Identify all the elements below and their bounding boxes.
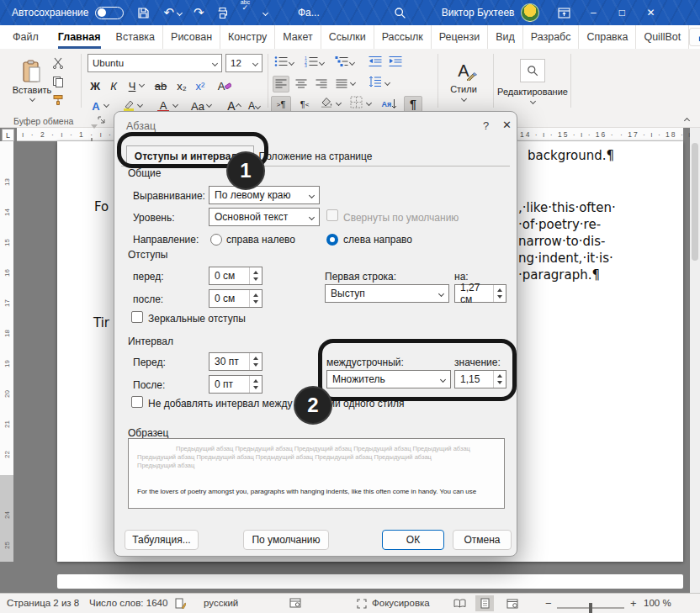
zoom-out-button[interactable]: − (545, 597, 552, 610)
indent-right-spinner[interactable]: 0 см (209, 289, 262, 308)
page-indicator[interactable]: Страница 2 из 8 (7, 598, 79, 608)
tab-home[interactable]: Главная (50, 25, 109, 49)
clipboard-dialog-launcher-icon[interactable] (98, 116, 106, 124)
mirror-indents-checkbox[interactable] (131, 311, 143, 323)
dialog-close-button[interactable]: ✕ (502, 119, 512, 131)
autosave-toggle[interactable] (95, 7, 124, 19)
tabs-button[interactable]: Табуляция... (125, 530, 199, 550)
tab-developer[interactable]: Разрабс (523, 25, 580, 49)
document-title[interactable]: Фа... (298, 0, 320, 25)
tab-quillbot[interactable]: QuillBot (636, 25, 689, 49)
increase-indent-icon[interactable] (389, 55, 402, 67)
borders-chevron-icon[interactable] (367, 101, 371, 105)
ltr-radio[interactable] (326, 234, 338, 246)
language-indicator[interactable]: русский (204, 598, 238, 608)
tab-references[interactable]: Ссылки (321, 25, 374, 49)
tab-layout[interactable]: Макет (275, 25, 321, 49)
search-icon[interactable] (394, 0, 406, 25)
tab-review[interactable]: Рецензи (432, 25, 488, 49)
format-painter-icon[interactable] (52, 94, 64, 106)
dialog-help-button[interactable]: ? (483, 119, 489, 132)
show-marks-button[interactable]: ¶ (404, 96, 422, 113)
tab-design[interactable]: Констру (220, 25, 275, 49)
cut-icon[interactable] (52, 57, 64, 69)
spellcheck-icon[interactable]: abc ✓ (241, 0, 250, 25)
strikethrough-button[interactable]: ab (151, 77, 170, 94)
tab-draw[interactable]: Рисован (163, 25, 220, 49)
rtl-radio[interactable] (210, 234, 222, 246)
align-center-button[interactable] (293, 76, 310, 92)
tab-mailings[interactable]: Рассылк (374, 25, 432, 49)
ribbon-display-options-icon[interactable] (558, 0, 570, 25)
vertical-ruler[interactable]: 13 14 15 16 17 18 19 20 21 22 24 25 (0, 141, 13, 562)
collapse-ribbon-icon[interactable] (684, 118, 690, 124)
tab-insert[interactable]: Вставка (109, 25, 163, 49)
tab-line-page-breaks[interactable]: Положение на странице (256, 145, 375, 166)
maximize-button[interactable]: □ (607, 0, 636, 25)
rtl-paragraph-button[interactable]: ¶< (294, 96, 315, 113)
undo-chevron-icon[interactable] (177, 9, 183, 15)
numbered-list-button[interactable]: 123 (305, 55, 318, 67)
ltr-paragraph-button[interactable]: >¶ (271, 96, 291, 113)
doc-fragment-tir[interactable]: Tir (93, 315, 109, 330)
shading-chevron-icon[interactable] (337, 101, 341, 105)
zoom-level[interactable]: 100 % (644, 598, 671, 608)
undo-icon[interactable]: ↶ (163, 0, 174, 25)
paste-button[interactable]: Вставить (13, 54, 50, 106)
justify-button[interactable] (333, 76, 350, 92)
by-spinner[interactable]: 1,27 см (454, 284, 506, 303)
multilevel-list-button[interactable] (335, 55, 348, 67)
first-line-select[interactable]: Выступ (325, 284, 449, 303)
focus-label[interactable]: Фокусировка (372, 598, 430, 608)
spacing-before-spinner[interactable]: 30 пт (209, 352, 262, 371)
zoom-slider-thumb[interactable] (589, 603, 592, 613)
print-layout-button[interactable] (475, 595, 494, 611)
underline-button[interactable]: Ч (125, 77, 140, 94)
highlight-chevron-icon[interactable] (138, 103, 142, 107)
line-spacing-chevron-icon[interactable] (385, 81, 390, 85)
copy-icon[interactable] (52, 76, 64, 87)
doc-right-column[interactable]: ,·like·this·often· ·of·poetry·re- narrow… (518, 199, 687, 283)
scrollbar-thumb[interactable] (692, 143, 698, 261)
decrease-indent-icon[interactable] (369, 55, 382, 67)
proofing-icon[interactable] (175, 598, 186, 609)
set-default-button[interactable]: По умолчанию (243, 530, 329, 550)
doc-line-background[interactable]: background.¶ (528, 148, 614, 163)
font-name-combo[interactable]: Ubuntu (88, 54, 222, 72)
sort-button[interactable]: Ая (380, 96, 399, 113)
text-effects-button[interactable]: А (88, 98, 104, 114)
spinner-arrows[interactable] (249, 376, 262, 393)
doc-fragment-fo[interactable]: Fo (94, 199, 109, 214)
spinner-arrows[interactable] (493, 285, 506, 302)
read-mode-button[interactable] (450, 595, 469, 611)
save-icon[interactable] (137, 0, 150, 25)
clear-formatting-button[interactable]: А (215, 77, 234, 94)
share-button[interactable]: Поделиться (689, 28, 700, 46)
styles-button[interactable]: А Стили (444, 54, 483, 108)
bullet-list-chevron-icon[interactable] (289, 61, 294, 65)
web-layout-button[interactable] (503, 595, 522, 611)
user-name[interactable]: Виктор Бухтеев (442, 0, 515, 25)
shading-button[interactable] (320, 96, 333, 108)
ok-button[interactable]: ОК (382, 530, 444, 550)
spinner-arrows[interactable] (249, 353, 262, 370)
underline-chevron-icon[interactable] (140, 82, 144, 87)
focus-icon[interactable] (357, 599, 367, 609)
tab-view[interactable]: Вид (488, 25, 523, 49)
spacing-after-spinner[interactable]: 0 пт (209, 375, 262, 394)
indent-left-spinner[interactable]: 0 см (209, 267, 262, 285)
numbered-list-chevron-icon[interactable] (320, 61, 324, 65)
superscript-button[interactable]: x² (192, 77, 209, 94)
no-space-same-style-checkbox[interactable] (131, 396, 143, 408)
borders-button[interactable] (350, 96, 363, 108)
close-button[interactable]: ✕ (636, 0, 665, 25)
avatar[interactable] (521, 3, 539, 22)
justify-chevron-icon[interactable] (351, 81, 355, 85)
redo-icon[interactable]: ↷ (194, 0, 204, 25)
spinner-arrows[interactable] (249, 267, 262, 284)
line-spacing-button[interactable] (369, 76, 382, 87)
tab-help[interactable]: Справка (579, 25, 636, 49)
alignment-select[interactable]: По левому краю (209, 186, 320, 204)
tab-stop-selector[interactable]: L (2, 129, 14, 141)
subscript-button[interactable]: x₂ (173, 77, 190, 94)
